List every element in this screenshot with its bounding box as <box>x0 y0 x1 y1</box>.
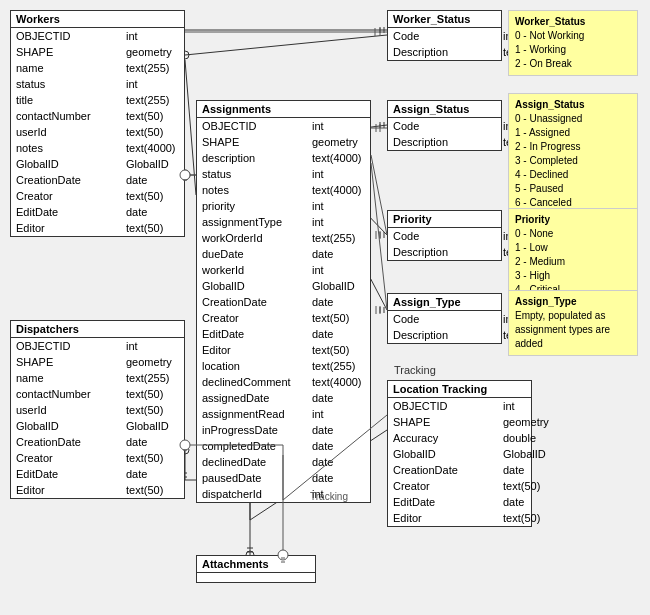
table-row: SHAPEgeometry <box>197 134 370 150</box>
table-row: Editortext(50) <box>388 510 531 526</box>
table-row: GlobalIDGlobalID <box>197 278 370 294</box>
priority-header: Priority <box>388 211 501 228</box>
note-line: 0 - Unassigned <box>515 112 631 126</box>
diagram-container: Workers OBJECTIDint SHAPEgeometry namete… <box>0 0 650 615</box>
table-row: Descriptiontext(255) <box>388 44 501 60</box>
table-row: dueDatedate <box>197 246 370 262</box>
table-row: Descriptiontext(255) <box>388 134 501 150</box>
table-row: userIdtext(50) <box>11 402 184 418</box>
note-line: 5 - Paused <box>515 182 631 196</box>
table-row: titletext(255) <box>11 92 184 108</box>
table-row: SHAPEgeometry <box>388 414 531 430</box>
table-row: EditDatedate <box>11 204 184 220</box>
note-line: 2 - Medium <box>515 255 631 269</box>
table-row: assignmentTypeint <box>197 214 370 230</box>
table-row: locationtext(255) <box>197 358 370 374</box>
workers-table: Workers OBJECTIDint SHAPEgeometry namete… <box>10 10 185 237</box>
table-row: GlobalIDGlobalID <box>11 418 184 434</box>
worker-status-note: Worker_Status 0 - Not Working 1 - Workin… <box>508 10 638 76</box>
table-row: Codeint <box>388 118 501 134</box>
table-row: Creatortext(50) <box>11 450 184 466</box>
table-row: SHAPEgeometry <box>11 354 184 370</box>
table-row: Editortext(50) <box>11 220 184 236</box>
worker-status-table: Worker_Status Codeint Descriptiontext(25… <box>387 10 502 61</box>
table-row: OBJECTIDint <box>11 28 184 44</box>
table-row: nametext(255) <box>11 60 184 76</box>
table-row: CreationDatedate <box>11 434 184 450</box>
table-row: EditDatedate <box>197 326 370 342</box>
assign-type-table: Assign_Type Codeint Descriptiontext(255) <box>387 293 502 344</box>
table-row: inProgressDatedate <box>197 422 370 438</box>
assign-type-header: Assign_Type <box>388 294 501 311</box>
location-tracking-header: Location Tracking <box>388 381 531 398</box>
note-line: 4 - Declined <box>515 168 631 182</box>
table-row: priorityint <box>197 198 370 214</box>
table-row: nametext(255) <box>11 370 184 386</box>
table-row: declinedCommenttext(4000) <box>197 374 370 390</box>
svg-line-0 <box>185 60 196 195</box>
attachments-table: Attachments <box>196 555 316 583</box>
table-row: dispatcherIdint <box>197 486 370 502</box>
table-row: pausedDatedate <box>197 470 370 486</box>
note-line: Assign_Type <box>515 295 631 309</box>
priority-table: Priority Codeint Descriptiontext(255) <box>387 210 502 261</box>
dispatchers-table-header: Dispatchers <box>11 321 184 338</box>
table-row: Accuracydouble <box>388 430 531 446</box>
table-row: completedDatedate <box>197 438 370 454</box>
note-line: Empty, populated as <box>515 309 631 323</box>
attachments-header: Attachments <box>197 556 315 573</box>
table-row: contactNumbertext(50) <box>11 108 184 124</box>
table-row: Codeint <box>388 228 501 244</box>
table-row: statusint <box>197 166 370 182</box>
table-row: Editortext(50) <box>197 342 370 358</box>
table-row: EditDatedate <box>388 494 531 510</box>
svg-line-38 <box>371 155 387 235</box>
note-line: 3 - High <box>515 269 631 283</box>
note-line: 3 - Completed <box>515 154 631 168</box>
note-line: 1 - Low <box>515 241 631 255</box>
tracking-label: Tracking <box>394 364 436 376</box>
svg-line-41 <box>371 163 387 310</box>
table-row: workerIdint <box>197 262 370 278</box>
table-row: userIdtext(50) <box>11 124 184 140</box>
table-row: GlobalIDGlobalID <box>388 446 531 462</box>
note-line: assignment types are added <box>515 323 631 351</box>
location-tracking-table: Location Tracking OBJECTIDint SHAPEgeome… <box>387 380 532 527</box>
table-row: statusint <box>11 76 184 92</box>
assign-status-header: Assign_Status <box>388 101 501 118</box>
table-row: notestext(4000) <box>11 140 184 156</box>
note-line: 2 - In Progress <box>515 140 631 154</box>
table-row: Descriptiontext(255) <box>388 244 501 260</box>
table-row: OBJECTIDint <box>197 118 370 134</box>
workers-table-header: Workers <box>11 11 184 28</box>
table-row: notestext(4000) <box>197 182 370 198</box>
note-line: 1 - Assigned <box>515 126 631 140</box>
table-row: Creatortext(50) <box>388 478 531 494</box>
assign-status-table: Assign_Status Codeint Descriptiontext(25… <box>387 100 502 151</box>
table-row: Codeint <box>388 311 501 327</box>
assignments-table-header: Assignments <box>197 101 370 118</box>
assign-status-note: Assign_Status 0 - Unassigned 1 - Assigne… <box>508 93 638 215</box>
table-row: OBJECTIDint <box>388 398 531 414</box>
table-row: descriptiontext(4000) <box>197 150 370 166</box>
note-line: Priority <box>515 213 631 227</box>
table-row: EditDatedate <box>11 466 184 482</box>
note-line: 2 - On Break <box>515 57 631 71</box>
table-row: OBJECTIDint <box>11 338 184 354</box>
worker-status-header: Worker_Status <box>388 11 501 28</box>
table-row: CreationDatedate <box>197 294 370 310</box>
svg-line-1 <box>185 35 387 55</box>
table-row: Descriptiontext(255) <box>388 327 501 343</box>
table-row: GlobalIDGlobalID <box>11 156 184 172</box>
priority-note: Priority 0 - None 1 - Low 2 - Medium 3 -… <box>508 208 638 302</box>
table-row: assignedDatedate <box>197 390 370 406</box>
note-line: Worker_Status <box>515 15 631 29</box>
note-line: 0 - None <box>515 227 631 241</box>
table-row: Creatortext(50) <box>197 310 370 326</box>
table-row: CreationDatedate <box>11 172 184 188</box>
table-row: assignmentReadint <box>197 406 370 422</box>
table-row: Codeint <box>388 28 501 44</box>
note-line: Assign_Status <box>515 98 631 112</box>
dispatchers-table: Dispatchers OBJECTIDint SHAPEgeometry na… <box>10 320 185 499</box>
table-row: SHAPEgeometry <box>11 44 184 60</box>
